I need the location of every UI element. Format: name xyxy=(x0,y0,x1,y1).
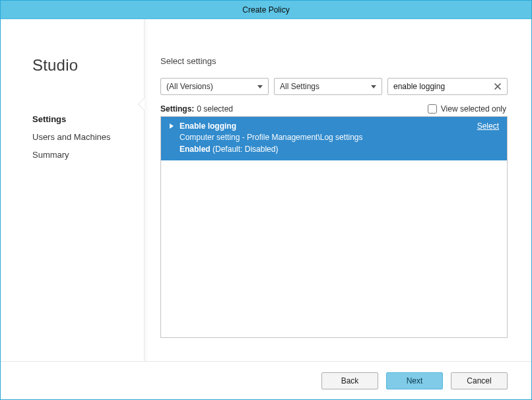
step-label: Users and Machines xyxy=(32,132,111,142)
step-label: Summary xyxy=(32,150,69,160)
content-area: Studio Settings Users and Machines Summa… xyxy=(1,19,531,361)
main-panel: Select settings (All Versions) All Setti… xyxy=(144,19,531,361)
footer: Back Next Cancel xyxy=(1,361,531,399)
selection-status: Settings: 0 selected xyxy=(160,104,233,114)
selection-status-label: Settings: xyxy=(160,104,194,114)
sidebar: Studio Settings Users and Machines Summa… xyxy=(1,19,144,361)
status-row: Settings: 0 selected View selected only xyxy=(160,104,508,114)
chevron-down-icon xyxy=(257,85,263,88)
item-title: Enable logging xyxy=(180,121,498,132)
settings-list[interactable]: Enable logging Computer setting - Profil… xyxy=(160,116,508,338)
window-title: Create Policy xyxy=(242,5,289,15)
item-subtitle: Computer setting - Profile Management\Lo… xyxy=(180,132,498,143)
settings-combo[interactable]: All Settings xyxy=(274,78,382,95)
view-selected-only-label[interactable]: View selected only xyxy=(441,104,506,114)
item-state: Enabled (Default: Disabled) xyxy=(180,144,498,155)
active-step-pointer xyxy=(139,98,145,110)
settings-list-item[interactable]: Enable logging Computer setting - Profil… xyxy=(161,117,507,160)
chevron-down-icon xyxy=(371,85,376,88)
search-field-wrap xyxy=(387,78,508,95)
selection-status-count: 0 selected xyxy=(197,104,233,114)
wizard-steps: Settings Users and Machines Summary xyxy=(32,110,144,164)
filter-row: (All Versions) All Settings xyxy=(160,78,508,95)
brand-label: Studio xyxy=(32,56,144,75)
expand-icon[interactable] xyxy=(170,123,174,129)
settings-combo-value: All Settings xyxy=(280,82,319,91)
panel-heading: Select settings xyxy=(160,56,508,66)
item-state-default: (Default: Disabled) xyxy=(213,145,278,154)
step-label: Settings xyxy=(32,114,66,124)
item-state-value: Enabled xyxy=(180,145,211,154)
versions-combo-value: (All Versions) xyxy=(166,82,213,91)
step-summary[interactable]: Summary xyxy=(32,146,144,164)
view-selected-only-checkbox[interactable] xyxy=(428,104,437,114)
clear-search-button[interactable] xyxy=(492,81,503,92)
step-users-and-machines[interactable]: Users and Machines xyxy=(32,128,144,146)
dialog-create-policy: Create Policy Studio Settings Users and … xyxy=(0,0,532,400)
next-button[interactable]: Next xyxy=(386,372,443,389)
select-link[interactable]: Select xyxy=(477,121,499,132)
search-input[interactable] xyxy=(393,79,492,94)
step-settings[interactable]: Settings xyxy=(32,110,144,128)
back-button[interactable]: Back xyxy=(321,372,378,389)
close-icon xyxy=(494,83,502,90)
titlebar: Create Policy xyxy=(1,1,531,19)
versions-combo[interactable]: (All Versions) xyxy=(160,78,269,95)
cancel-button[interactable]: Cancel xyxy=(451,372,508,389)
view-selected-only[interactable]: View selected only xyxy=(428,104,506,114)
